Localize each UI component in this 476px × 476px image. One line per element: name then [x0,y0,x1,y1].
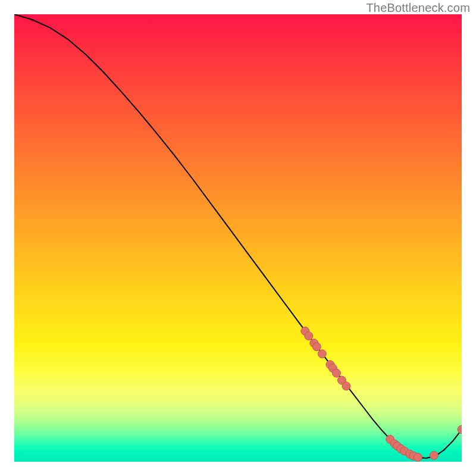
plot-area [14,14,462,462]
marker-dot [332,369,340,377]
marker-dot [414,453,422,461]
chart-stage: TheBottleneck.com [0,0,476,476]
bottleneck-curve-line [14,14,462,458]
marker-dot [305,332,313,340]
watermark-text: TheBottleneck.com [366,1,470,15]
marker-dot [458,425,462,434]
highlight-markers [301,327,462,461]
marker-dot [342,382,350,390]
marker-dot [318,350,326,358]
marker-dot [430,451,438,459]
marker-dot [312,343,321,351]
chart-svg [14,14,462,462]
